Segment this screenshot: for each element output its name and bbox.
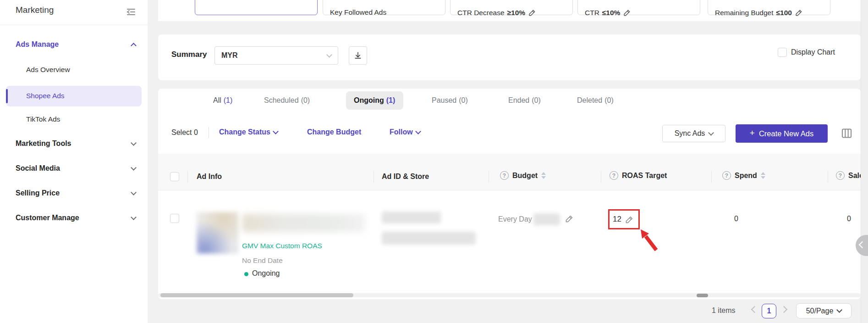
sync-ads-label: Sync Ads (675, 129, 705, 138)
filter-threshold: ≤100 (776, 9, 792, 17)
chevron-up-icon (131, 43, 137, 49)
budget-value-blurred (533, 213, 560, 225)
filter-threshold: ≤10% (602, 9, 621, 17)
chevron-down-icon (131, 165, 137, 171)
chevron-down-icon (836, 307, 842, 313)
create-new-ads-button[interactable]: + Create New Ads (736, 124, 828, 143)
filter-card-content: CTR Decrease ≥10% (457, 8, 537, 17)
action-divider (209, 127, 209, 138)
change-status-label: Change Status (219, 128, 270, 136)
currency-select[interactable]: MYR (214, 46, 338, 65)
sync-ads-button[interactable]: Sync Ads (662, 125, 725, 142)
scrollbar-thumb[interactable] (160, 293, 353, 297)
sidebar-item-ads-overview[interactable]: Ads Overview (26, 66, 70, 74)
screen: Marketing Ads Manage Ads Overview Shopee… (0, 0, 868, 323)
filter-card-content: Remaining Budget ≤100 (715, 8, 803, 17)
ad-title-blurred (242, 214, 365, 232)
edit-budget-icon[interactable] (565, 214, 574, 223)
tab-label: Paused (432, 96, 456, 105)
tab-count: (0) (459, 96, 468, 105)
tab-label: Ongoing (354, 96, 384, 105)
change-budget-button[interactable]: Change Budget (307, 128, 361, 136)
help-icon[interactable]: ? (836, 171, 845, 180)
ad-schedule-label: No End Date (242, 256, 283, 265)
display-chart-checkbox[interactable] (778, 48, 787, 57)
follow-button[interactable]: Follow (390, 128, 420, 136)
column-header-spend: Spend (735, 172, 757, 180)
annotation-box-roas: 12 (608, 209, 640, 229)
sidebar-item-marketing-tools[interactable]: Marketing Tools (16, 139, 136, 148)
tab-count: (0) (604, 96, 614, 105)
column-header-budget: Budget (512, 172, 538, 180)
summary-card: Summary MYR Display Chart (158, 34, 861, 80)
pagination-total: 1 items (712, 306, 736, 315)
store-name-blurred (382, 232, 476, 245)
chevron-down-icon (708, 130, 714, 136)
change-budget-label: Change Budget (307, 128, 361, 136)
column-divider (374, 171, 374, 183)
column-header-sales: Sales (848, 172, 861, 180)
column-divider (828, 171, 828, 183)
column-divider (601, 171, 601, 183)
chevron-down-icon (131, 140, 137, 146)
help-icon[interactable]: ? (610, 171, 618, 180)
column-header-spend-group: ? Spend (722, 171, 765, 180)
column-header-sales-group: ? Sales (836, 171, 861, 180)
download-button[interactable] (349, 46, 367, 65)
edit-icon[interactable] (528, 8, 537, 17)
sidebar-item-label: Ads Manage (16, 40, 59, 49)
column-divider (187, 171, 188, 183)
scrollbar-thumb-pinned[interactable] (697, 294, 708, 297)
filter-card-selected[interactable] (195, 0, 318, 15)
summary-label: Summary (171, 50, 207, 59)
currency-value: MYR (221, 51, 238, 60)
filter-threshold: ≥10% (507, 9, 526, 17)
sort-control[interactable] (761, 172, 765, 179)
tab-paused[interactable]: Paused (0) (432, 96, 468, 105)
change-status-button[interactable]: Change Status (219, 128, 278, 136)
help-icon[interactable]: ? (722, 171, 731, 180)
edit-roas-icon[interactable] (625, 215, 634, 224)
sort-control[interactable] (541, 172, 546, 179)
column-header-ad-id-store: Ad ID & Store (382, 173, 429, 181)
sales-value: 0 (847, 215, 851, 223)
create-new-ads-label: Create New Ads (759, 129, 813, 138)
next-page-icon[interactable] (780, 306, 788, 313)
column-settings-icon[interactable] (841, 127, 853, 139)
filter-card-label: Key Followed Ads (330, 8, 386, 17)
tab-label: Ended (508, 96, 529, 105)
page-size-select[interactable]: 50/Page (796, 303, 852, 318)
sidebar-item-social-media[interactable]: Social Media (16, 164, 136, 173)
sidebar-item-label: Marketing Tools (16, 139, 71, 148)
chevron-down-icon (273, 128, 279, 134)
tab-deleted[interactable]: Deleted (0) (577, 96, 614, 105)
tab-scheduled[interactable]: Scheduled (0) (264, 96, 310, 105)
tab-ongoing[interactable]: Ongoing (1) (354, 96, 395, 105)
row-checkbox[interactable] (170, 214, 179, 223)
sidebar-item-shopee-ads[interactable]: Shopee Ads (6, 86, 142, 106)
ad-type-label: GMV Max Custom ROAS (242, 242, 322, 250)
tab-ended[interactable]: Ended (0) (508, 96, 541, 105)
edit-icon[interactable] (795, 8, 803, 17)
sidebar-item-tiktok-ads[interactable]: TikTok Ads (26, 115, 60, 123)
annotation-arrow (637, 227, 661, 252)
ad-id-blurred (382, 212, 441, 223)
page-number-button[interactable]: 1 (762, 304, 776, 318)
sidebar-item-customer-manage[interactable]: Customer Manage (16, 214, 136, 222)
select-count-label: Select 0 (171, 128, 198, 137)
tab-label: Deleted (577, 96, 602, 105)
tab-count: (1) (224, 96, 233, 105)
sidebar-item-selling-price[interactable]: Selling Price (16, 189, 136, 197)
sidebar-divider (0, 25, 148, 25)
edit-icon[interactable] (623, 8, 632, 17)
tab-all[interactable]: All (1) (213, 96, 232, 105)
help-icon[interactable]: ? (500, 171, 509, 180)
page-number: 1 (767, 307, 771, 315)
select-all-checkbox[interactable] (170, 172, 179, 181)
prev-page-icon[interactable] (751, 306, 758, 313)
download-icon (353, 51, 363, 60)
sidebar-item-ads-manage[interactable]: Ads Manage (16, 40, 136, 49)
collapse-sidebar-icon[interactable] (126, 6, 137, 17)
sidebar-item-label: Selling Price (16, 189, 60, 197)
follow-label: Follow (390, 128, 413, 136)
